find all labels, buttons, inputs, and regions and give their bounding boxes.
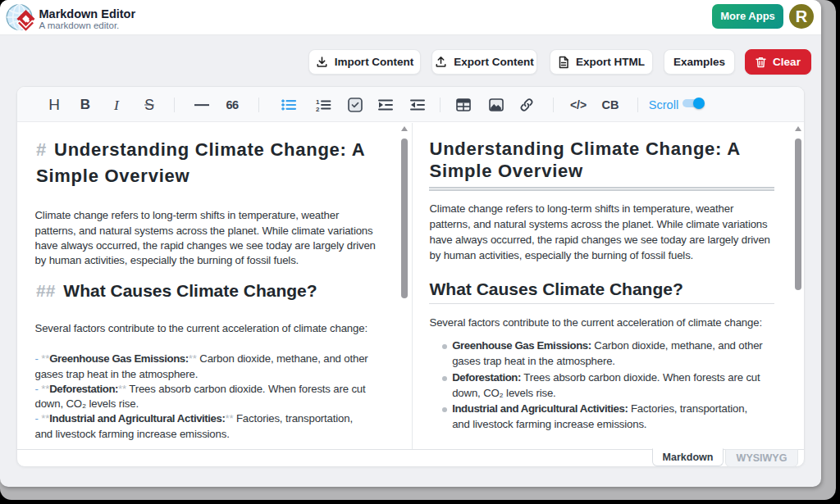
svg-text:1: 1 (316, 98, 320, 106)
svg-text:2: 2 (316, 106, 320, 112)
